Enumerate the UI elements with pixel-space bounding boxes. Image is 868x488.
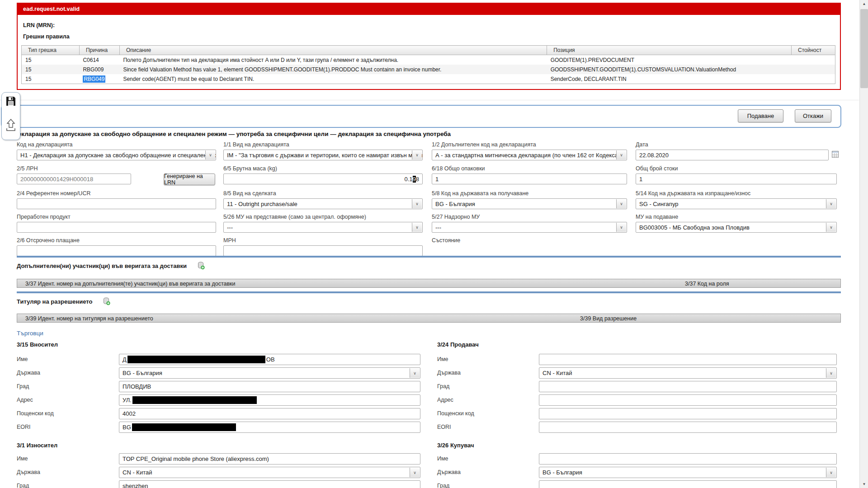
vertical-scrollbar[interactable]: ▲ ▼: [859, 0, 868, 488]
selected-error-code[interactable]: RBG049: [83, 75, 105, 83]
importer-eori-label: EORI: [17, 424, 31, 430]
chevron-down-icon[interactable]: ∨: [410, 368, 420, 378]
lrn-mrn-label: LRN (MRN):: [23, 22, 55, 28]
error-position-cell: SenderCode, DECLARANT.TIN: [547, 74, 792, 84]
importer-address-input[interactable]: УЛ.: [119, 394, 420, 406]
declaration-type-select[interactable]: IM - "За търговия с държави и територии,…: [223, 150, 423, 160]
cancel-button[interactable]: Откажи: [795, 109, 831, 122]
lrn-label: 2/5 ЛРН: [17, 165, 38, 172]
date-input[interactable]: 22.08.2020: [636, 150, 829, 160]
col-header-description: Описание: [119, 46, 547, 55]
seller-city-label: Град: [437, 383, 449, 389]
dispatch-country-select[interactable]: SG - Сингапур∨: [636, 198, 837, 209]
separator-line: [0, 100, 859, 100]
chevron-down-icon[interactable]: ∨: [826, 368, 836, 378]
seller-postal-input[interactable]: [539, 408, 837, 419]
scrollbar-thumb[interactable]: [860, 9, 868, 88]
importer-country-select[interactable]: BG - България∨: [119, 367, 420, 379]
generate-lrn-button[interactable]: Генериране на LRN: [164, 174, 215, 185]
chevron-down-icon[interactable]: ∨: [412, 150, 422, 160]
ucr-input[interactable]: [17, 198, 216, 209]
validation-error-panel: ead.request.not.valid LRN (MRN): Грешни …: [17, 3, 841, 90]
total-goods-label: Общ брой стоки: [636, 165, 678, 172]
processed-product-label: Преработен продукт: [17, 214, 71, 220]
presentation-office-value: ---: [227, 224, 233, 231]
presentation-office-select[interactable]: ---∨: [223, 222, 423, 233]
deferred-payment-input[interactable]: [17, 245, 216, 256]
submit-upload-icon[interactable]: [6, 119, 16, 133]
error-type-cell: 15: [22, 55, 80, 65]
chevron-down-icon[interactable]: ∨: [826, 468, 836, 477]
mrn-input[interactable]: [223, 245, 423, 256]
error-position-cell: GOODITEM(1).PREVDOCUMENT: [547, 55, 792, 65]
seller-postal-label: Пощенски код: [437, 410, 474, 417]
col-header-error-type: Тип грешка: [22, 46, 80, 55]
error-description-cell: Полето Допълнителен тип на декларация им…: [119, 55, 547, 65]
scroll-up-icon[interactable]: ▲: [860, 0, 868, 8]
exporter-city-input[interactable]: shenzhen: [119, 480, 420, 488]
error-row[interactable]: 15 RBG009 Since field Valuation Method h…: [22, 65, 835, 74]
importer-name-input[interactable]: ДОВ: [119, 354, 420, 365]
add-record-icon[interactable]: [103, 297, 110, 307]
transaction-type-select[interactable]: 11 - Outright purchase/sale∨: [223, 198, 423, 209]
seller-address-input[interactable]: [539, 394, 837, 406]
importer-address-value: УЛ.: [123, 397, 132, 404]
traders-section-title: Търговци: [17, 330, 43, 337]
save-icon[interactable]: [6, 96, 16, 108]
dispatch-country-value: SG - Сингапур: [639, 201, 678, 207]
destination-country-select[interactable]: BG - България∨: [432, 198, 627, 209]
redaction-box: [132, 396, 257, 404]
chevron-down-icon[interactable]: ∨: [826, 223, 836, 232]
seller-name-label: Име: [437, 356, 448, 362]
exporter-country-select[interactable]: CN - Китай∨: [119, 467, 420, 478]
calendar-icon[interactable]: [832, 151, 839, 160]
chevron-down-icon[interactable]: ∨: [205, 150, 215, 160]
supervising-office-select[interactable]: ---∨: [432, 222, 627, 233]
processed-product-input[interactable]: [17, 222, 216, 233]
transaction-type-label: 8/5 Вид на сделката: [223, 190, 276, 197]
error-row[interactable]: 15 C0614 Полето Допълнителен тип на декл…: [22, 55, 835, 65]
importer-city-input[interactable]: ПЛОВДИВ: [119, 381, 420, 392]
submission-office-select[interactable]: BG003005 - МБ Свободна зона Пловдив∨: [636, 222, 837, 233]
submit-button[interactable]: Подаване: [738, 109, 783, 122]
additional-code-select[interactable]: А - за стандартна митническа декларация …: [432, 150, 627, 160]
lrn-input[interactable]: 200000000001429H000018: [17, 174, 131, 184]
section-divider: [17, 291, 841, 293]
buyer-country-select[interactable]: BG - България∨: [539, 467, 837, 478]
chevron-down-icon[interactable]: ∨: [412, 199, 422, 208]
error-row[interactable]: 15 RBG049 Sender code(AGENT) must be equ…: [22, 74, 835, 84]
total-goods-input[interactable]: 1: [636, 174, 837, 184]
seller-city-input[interactable]: [539, 381, 837, 392]
error-reason-cell: RBG049: [79, 74, 119, 84]
buyer-name-input[interactable]: [539, 453, 837, 465]
importer-eori-input[interactable]: BG: [119, 422, 420, 433]
seller-eori-input[interactable]: [539, 422, 837, 433]
buyer-name-label: Име: [437, 455, 448, 462]
authorization-holder-col-type: 3/39 Вид разрешение: [580, 315, 637, 322]
buyer-city-input[interactable]: [539, 480, 837, 488]
seller-country-select[interactable]: CN - Китай∨: [539, 367, 837, 379]
exporter-name-input[interactable]: TOP CPE_Original mobile phone Store (ali…: [119, 453, 420, 465]
chevron-down-icon[interactable]: ∨: [410, 468, 420, 477]
chevron-down-icon[interactable]: ∨: [412, 223, 422, 232]
chevron-down-icon[interactable]: ∨: [616, 223, 626, 232]
scroll-down-icon[interactable]: ▼: [860, 480, 868, 488]
seller-name-input[interactable]: [539, 354, 837, 365]
error-rules-table: Тип грешка Причина Описание Позиция Стой…: [21, 45, 835, 84]
gross-mass-input[interactable]: 0.198: [223, 174, 423, 184]
total-packages-label: 6/18 Общо опаковки: [432, 165, 485, 172]
total-packages-input[interactable]: 1: [432, 174, 627, 184]
error-type-cell: 15: [22, 65, 80, 74]
chevron-down-icon[interactable]: ∨: [826, 199, 836, 208]
declaration-code-select[interactable]: Н1 - Декларация за допускане за свободно…: [17, 150, 216, 160]
importer-postal-input[interactable]: 4002: [119, 408, 420, 419]
error-position-cell: GOODSSHIPMENT.GOODITEM(1).CUSTOMSVALUATI…: [547, 65, 792, 74]
error-value-cell: [792, 65, 835, 74]
seller-country-value: CN - Китай: [542, 370, 572, 376]
transaction-type-value: 11 - Outright purchase/sale: [227, 201, 297, 207]
chevron-down-icon[interactable]: ∨: [616, 199, 626, 208]
chevron-down-icon[interactable]: ∨: [616, 150, 626, 160]
authorization-holder-section-title: Титуляр на разрешението: [17, 298, 92, 305]
importer-name-value: ОВ: [266, 356, 275, 363]
add-record-icon[interactable]: [198, 262, 205, 272]
